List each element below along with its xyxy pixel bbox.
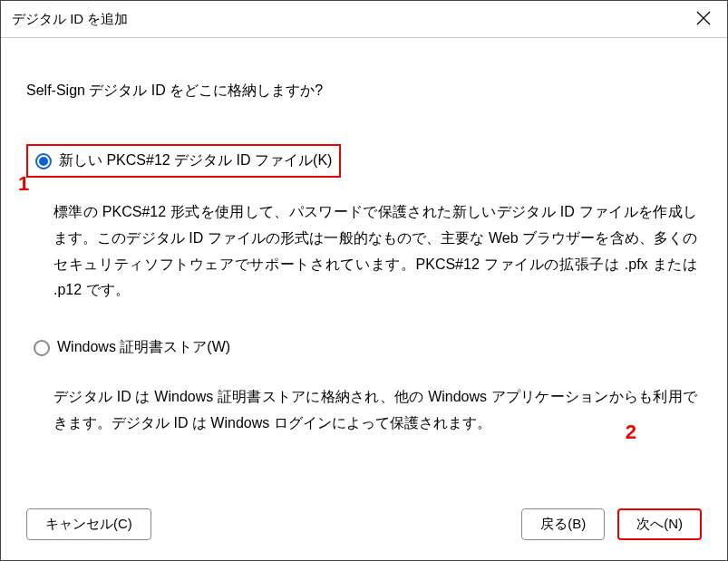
dialog-footer: キャンセル(C) 戻る(B) 次へ(N)	[1, 499, 727, 560]
radio-icon-unselected	[34, 340, 50, 356]
titlebar: デジタル ID を追加	[1, 1, 727, 38]
radio-pkcs12-label: 新しい PKCS#12 デジタル ID ファイル(K)	[59, 151, 332, 170]
annotation-2: 2	[626, 421, 636, 444]
radio-pkcs12[interactable]: 新しい PKCS#12 デジタル ID ファイル(K)	[26, 144, 341, 178]
next-button[interactable]: 次へ(N)	[617, 508, 702, 540]
footer-right-buttons: 戻る(B) 次へ(N)	[521, 508, 702, 540]
dialog-title: デジタル ID を追加	[12, 11, 128, 28]
back-button[interactable]: 戻る(B)	[521, 508, 605, 540]
close-icon[interactable]	[691, 8, 716, 30]
option-windows-store: Windows 証明書ストア(W) デジタル ID は Windows 証明書ス…	[26, 333, 702, 437]
radio-windows-store-label: Windows 証明書ストア(W)	[57, 338, 230, 357]
storage-question: Self-Sign デジタル ID をどこに格納しますか?	[26, 82, 702, 101]
radio-icon-selected	[35, 153, 52, 169]
cancel-button[interactable]: キャンセル(C)	[26, 508, 151, 540]
pkcs12-description: 標準の PKCS#12 形式を使用して、パスワードで保護された新しいデジタル I…	[53, 199, 697, 304]
radio-windows-store[interactable]: Windows 証明書ストア(W)	[26, 333, 702, 363]
annotation-1: 1	[18, 172, 29, 196]
add-digital-id-dialog: デジタル ID を追加 Self-Sign デジタル ID をどこに格納しますか…	[0, 0, 728, 561]
option-pkcs12: 新しい PKCS#12 デジタル ID ファイル(K) 標準の PKCS#12 …	[26, 144, 702, 304]
dialog-content: Self-Sign デジタル ID をどこに格納しますか? 1 新しい PKCS…	[1, 38, 727, 499]
windows-store-description: デジタル ID は Windows 証明書ストアに格納され、他の Windows…	[53, 384, 697, 437]
